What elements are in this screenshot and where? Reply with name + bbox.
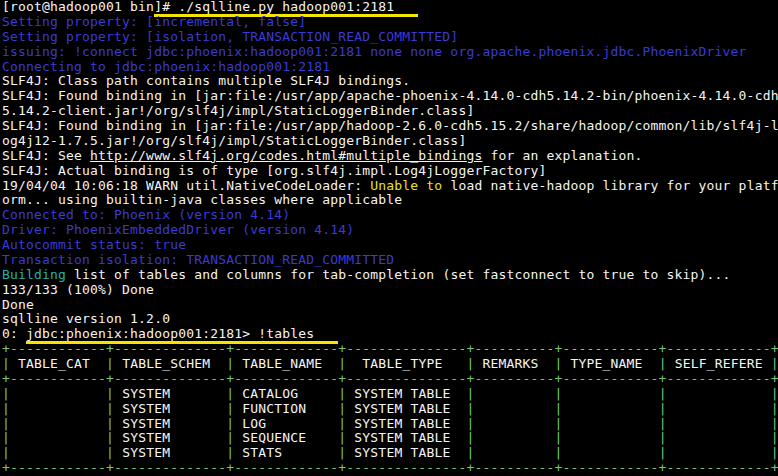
table-row-text: CATALOG <box>234 386 338 401</box>
sqlline-log-line-building: Building list of tables and columns for … <box>2 268 778 283</box>
warn-log-line-nativecodeloader-wrap-text: orm... using builtin-java classes where … <box>2 192 402 207</box>
table-row-text: | <box>555 401 563 416</box>
warn-log-line-nativecodeloader-text: load native-hadoop library for your plat… <box>442 178 778 193</box>
sqlline-prompt-line-text: jdbc:phoenix:hadoop001:2181> !tables <box>26 326 338 341</box>
table-row-text: SYSTEM <box>114 445 226 460</box>
sqlline-progress-line: 133/133 (100%) Done <box>2 283 778 298</box>
sqlline-log-line-driver: Driver: PhoenixEmbeddedDriver (version 4… <box>2 223 778 238</box>
table-row-text: | <box>106 416 114 431</box>
table-row-text: | <box>771 401 778 416</box>
table-row-text: | <box>2 401 10 416</box>
warn-log-line-nativecodeloader-text: Unable to <box>370 178 442 193</box>
sqlline-log-line-building-text: Building <box>2 267 66 282</box>
sqlline-log-line-connecting: Connecting to jdbc:phoenix:hadoop001:218… <box>2 60 778 75</box>
shell-command-line-text: ]# ./sqlline.py hadoop001:2181 <box>154 0 418 14</box>
table-row-text: | <box>659 401 667 416</box>
slf4j-log-line-see-url-text: SLF4J: See <box>2 148 90 163</box>
table-row-text: | <box>555 386 563 401</box>
table-header-row-text: TABLE_NAME <box>234 356 338 371</box>
slf4j-log-line-classpath-text: SLF4J: Class path contains multiple SLF4… <box>2 73 410 88</box>
sqlline-version-line: sqlline version 1.2.0 <box>2 312 778 327</box>
table-row-text: | <box>771 386 778 401</box>
table-row-text: LOG <box>234 416 338 431</box>
table-row-text: | <box>2 445 10 460</box>
table-row-text: | <box>2 430 10 445</box>
table-row-text <box>563 416 659 431</box>
table-row-text: | <box>106 445 114 460</box>
table-row-text <box>563 386 659 401</box>
sqlline-done-line-text: Done <box>2 297 34 312</box>
sqlline-log-line-building-text: list of tables and columns for tab-compl… <box>66 267 731 282</box>
sqlline-log-line-setting-incremental: Setting property: [incremental, false] <box>2 15 778 30</box>
table-header-row-text: TABLE_CAT <box>10 356 106 371</box>
table-row-text: | <box>106 386 114 401</box>
sqlline-log-line-isolation: Transaction isolation: TRANSACTION_READ_… <box>2 253 778 268</box>
table-row-text <box>563 445 659 460</box>
sqlline-log-line-isolation-text: Transaction isolation: TRANSACTION_READ_… <box>2 252 394 267</box>
table-border-bottom-text: +------------+--------------+-----------… <box>2 460 778 475</box>
terminal[interactable]: [root@hadoop001 bin]# ./sqlline.py hadoo… <box>0 0 778 476</box>
table-header-row: | TABLE_CAT | TABLE_SCHEM | TABLE_NAME |… <box>2 357 778 372</box>
table-row-text: | <box>771 430 778 445</box>
slf4j-log-line-binding-hadoop-text: SLF4J: Found binding in [jar:file:/usr/a… <box>2 118 778 133</box>
table-row-text: FUNCTION <box>234 401 338 416</box>
table-row-text: SYSTEM TABLE <box>346 430 466 445</box>
slf4j-log-line-see-url: SLF4J: See http://www.slf4j.org/codes.ht… <box>2 149 778 164</box>
table-row-text <box>667 401 771 416</box>
table-row-text: | <box>659 416 667 431</box>
table-row-text <box>667 416 771 431</box>
slf4j-log-line-classpath: SLF4J: Class path contains multiple SLF4… <box>2 74 778 89</box>
table-row-text: SYSTEM TABLE <box>346 401 466 416</box>
warn-log-line-nativecodeloader-wrap: orm... using builtin-java classes where … <box>2 193 778 208</box>
sqlline-log-line-issuing-text: issuing: !connect jdbc:phoenix:hadoop001… <box>2 44 747 59</box>
table-row-text: SYSTEM TABLE <box>346 386 466 401</box>
table-row-text: SYSTEM <box>114 430 226 445</box>
slf4j-log-line-binding-hadoop: SLF4J: Found binding in [jar:file:/usr/a… <box>2 119 778 134</box>
table-row: | | SYSTEM | STATS | SYSTEM TABLE | | | … <box>2 446 778 461</box>
table-row-text <box>563 430 659 445</box>
table-header-row-text: TABLE_SCHEM <box>114 356 226 371</box>
table-header-row-text: | <box>2 356 10 371</box>
sqlline-log-line-setting-incremental-text: Setting property: [incremental, false] <box>2 14 306 29</box>
table-border-top: +------------+--------------+-----------… <box>2 342 778 357</box>
slf4j-log-line-see-url-text: http://www.slf4j.org/codes.html#multiple… <box>90 148 482 163</box>
slf4j-log-line-actual-binding: SLF4J: Actual binding is of type [org.sl… <box>2 164 778 179</box>
table-header-row-text: REMARKS <box>474 356 554 371</box>
table-row-text: SYSTEM <box>114 416 226 431</box>
table-row-text <box>474 401 554 416</box>
table-row-text: | <box>2 416 10 431</box>
table-row-text: | <box>555 445 563 460</box>
table-row-text: | <box>555 416 563 431</box>
sqlline-log-line-connected: Connected to: Phoenix (version 4.14) <box>2 208 778 223</box>
shell-command-line-text: [root@hadoop001 bin <box>2 0 154 14</box>
slf4j-log-line-binding-phoenix-wrap-text: 5.14.2-client.jar!/org/slf4j/impl/Static… <box>2 103 474 118</box>
table-row-text <box>10 416 106 431</box>
table-border-bottom: +------------+--------------+-----------… <box>2 461 778 476</box>
sqlline-log-line-setting-isolation: Setting property: [isolation, TRANSACTIO… <box>2 30 778 45</box>
table-header-row-text: SELF_REFERE <box>667 356 771 371</box>
table-row-text: | <box>106 430 114 445</box>
table-border-top-text: +------------+--------------+-----------… <box>2 341 778 356</box>
table-row: | | SYSTEM | FUNCTION | SYSTEM TABLE | |… <box>2 402 778 417</box>
table-row-text: SYSTEM TABLE <box>346 445 466 460</box>
table-row-text: | <box>659 445 667 460</box>
table-row-text: | <box>659 386 667 401</box>
table-row-text: SEQUENCE <box>234 430 338 445</box>
table-row: | | SYSTEM | LOG | SYSTEM TABLE | | | | <box>2 417 778 432</box>
sqlline-log-line-setting-isolation-text: Setting property: [isolation, TRANSACTIO… <box>2 29 458 44</box>
table-row: | | SYSTEM | CATALOG | SYSTEM TABLE | | … <box>2 387 778 402</box>
table-border-header-text: +------------+--------------+-----------… <box>2 371 778 386</box>
sqlline-prompt-line: 0: jdbc:phoenix:hadoop001:2181> !tables <box>2 327 778 342</box>
warn-log-line-nativecodeloader: 19/04/04 10:06:18 WARN util.NativeCodeLo… <box>2 179 778 194</box>
table-row-text <box>474 386 554 401</box>
table-row-text: | <box>106 401 114 416</box>
table-row-text <box>474 430 554 445</box>
sqlline-log-line-driver-text: Driver: PhoenixEmbeddedDriver (version 4… <box>2 222 354 237</box>
table-row-text <box>10 401 106 416</box>
sqlline-prompt-line-text: 0: <box>2 326 26 341</box>
table-row-text <box>667 445 771 460</box>
sqlline-log-line-autocommit: Autocommit status: true <box>2 238 778 253</box>
sqlline-progress-line-text: 133/133 (100%) Done <box>2 282 154 297</box>
table-row-text <box>667 430 771 445</box>
table-row-text <box>474 445 554 460</box>
